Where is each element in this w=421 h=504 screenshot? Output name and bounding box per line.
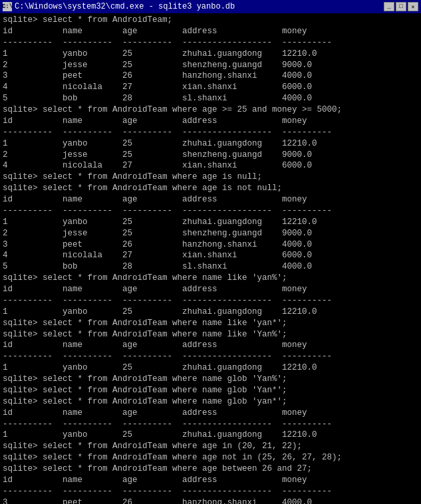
- titlebar-title: C:\Windows\system32\cmd.exe - sqlite3 ya…: [15, 2, 235, 11]
- maximize-button[interactable]: □: [396, 2, 406, 11]
- titlebar-left: C:\ C:\Windows\system32\cmd.exe - sqlite…: [3, 2, 235, 11]
- close-button[interactable]: ✕: [408, 2, 418, 11]
- titlebar-buttons[interactable]: _ □ ✕: [384, 2, 418, 11]
- cmd-window: C:\ C:\Windows\system32\cmd.exe - sqlite…: [0, 0, 421, 504]
- cmd-icon: C:\: [3, 2, 12, 11]
- terminal-output[interactable]: sqlite> select * from AndroidTeam; id na…: [0, 13, 421, 504]
- titlebar: C:\ C:\Windows\system32\cmd.exe - sqlite…: [0, 0, 421, 13]
- minimize-button[interactable]: _: [384, 2, 394, 11]
